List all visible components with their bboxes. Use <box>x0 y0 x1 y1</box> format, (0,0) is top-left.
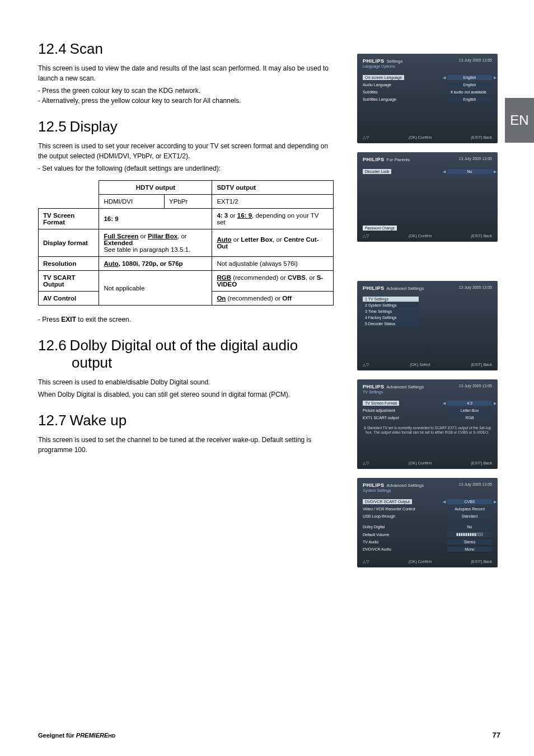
select-hint: (OK) Select <box>410 363 430 367</box>
option-label: Audio Language <box>363 83 391 87</box>
screen-footer: (OK) Confirm(EXIT) Back <box>363 461 492 466</box>
option-row: Default Volume▮▮▮▮▮▮▮▮▮▯▯▯ <box>363 530 492 538</box>
option-value: English <box>447 75 492 80</box>
menu-item: 2 System Settings <box>363 303 419 308</box>
heading-wakeup: 12.7Wake up <box>38 412 334 429</box>
confirm-hint: (OK) Confirm <box>409 234 432 238</box>
date-label: 13 July 2005 13:05 <box>459 482 492 486</box>
nav-arrows-icon <box>363 234 369 238</box>
screen-title: Advanced Settings <box>387 483 424 488</box>
option-row: Video / VCR Recorder ControlAutopass Rec… <box>363 505 492 513</box>
heading-num: 12.4 <box>38 40 67 57</box>
table-subheader: EXT1/2 <box>212 195 334 209</box>
option-label: USB Loop-through <box>363 514 395 518</box>
screen-footer: (OK) Confirm(EXIT) Back <box>363 135 492 140</box>
date-label: 13 July 2005 13:05 <box>459 285 492 289</box>
page: 12.4Scan This screen is used to view the… <box>0 0 534 480</box>
table-cell: Not adjustable (always 576i) <box>212 257 334 271</box>
settings-table: HDTV output SDTV output HDMI/DVI YPbPr E… <box>38 180 334 306</box>
breadcrumb: System Settings <box>363 489 492 492</box>
heading-num: 12.7 <box>38 412 67 429</box>
option-row: TV Screen Format4:3 <box>363 400 492 407</box>
menu-list: 1 TV Settings2 System Settings3 Time Set… <box>363 297 492 326</box>
option-value: Standard <box>447 514 492 519</box>
screenshot-parents: PHILIPSFor Parents 13 July 2005 13:05 De… <box>357 152 498 242</box>
screen-footer: (OK) Select(EXIT) Back <box>363 363 492 367</box>
menu-item: 3 Time Settings <box>363 309 419 314</box>
note-text: A Standard TV set is currently connected… <box>363 426 492 435</box>
screen-title: Advanced Settings <box>387 286 424 291</box>
option-value: Autopass Record <box>447 506 492 511</box>
table-cell: Not applicable <box>99 271 212 306</box>
option-label: EXT1 SCART output <box>363 416 399 420</box>
option-value: Stereo <box>447 539 492 544</box>
option-value: No <box>447 524 492 529</box>
breadcrumb: Language Options <box>363 64 492 68</box>
back-hint: (EXIT) Back <box>471 461 492 466</box>
philips-logo: PHILIPS <box>363 285 385 291</box>
list-item: - Alternatively, press the yellow colour… <box>38 96 334 106</box>
option-row: Decoder LockNo <box>363 168 492 175</box>
table-cell: Auto, 1080i, 720p, or 576p <box>99 257 212 271</box>
empty-cell <box>39 181 99 209</box>
philips-logo: PHILIPS <box>363 482 385 488</box>
option-value: English <box>447 97 492 102</box>
option-row: USB Loop-throughStandard <box>363 513 492 520</box>
option-rows: On-screen LanguageEnglishAudio LanguageE… <box>363 74 492 103</box>
option-row: Picture adjustmentLetter-Box <box>363 407 492 414</box>
date-label: 13 July 2005 13:05 <box>459 384 492 388</box>
heading-text: Wake up <box>70 412 127 429</box>
option-row: On-screen LanguageEnglish <box>363 74 492 81</box>
paragraph: When Dolby Digital is disabled, you can … <box>38 389 334 400</box>
list-item: - Press the green colour key to scan the… <box>38 86 334 96</box>
dash-list: - Press EXIT to exit the screen. <box>38 314 334 325</box>
option-value: RGB <box>447 415 492 420</box>
option-value <box>447 521 492 522</box>
screenshot-column: PHILIPSSettings Language Options 13 July… <box>357 54 498 576</box>
screen-footer: (OK) Confirm(EXIT) Back <box>363 560 492 564</box>
row-label: Display format <box>39 229 99 257</box>
table-cell: Auto or Letter Box, or Centre Cut-Out <box>212 229 334 257</box>
option-label: On-screen Language <box>363 75 404 80</box>
option-row: Subtitlesif audio not available <box>363 88 492 96</box>
table-subheader: HDMI/DVI <box>99 195 165 209</box>
confirm-hint: (OK) Confirm <box>409 560 432 564</box>
heading-dolby: 12.6Dolby Digital out of the digital aud… <box>38 337 334 372</box>
table-cell: RGB (recommended) or CVBS, or S-VIDEO <box>212 271 334 292</box>
row-label: TV SCART Output <box>39 271 99 292</box>
option-value: if audio not available <box>445 90 492 95</box>
table-header: HDTV output <box>99 181 212 195</box>
option-label: Subtitles <box>363 90 378 94</box>
nav-arrows-icon <box>363 560 369 564</box>
option-value: CVBS <box>447 499 492 504</box>
option-label: Picture adjustment <box>363 408 395 412</box>
heading-scan: 12.4Scan <box>38 40 334 58</box>
list-item: - Set values for the following (default … <box>38 163 334 173</box>
option-row: Audio LanguageEnglish <box>363 81 492 88</box>
table-header: SDTV output <box>212 181 334 195</box>
option-value: 4:3 <box>447 401 492 406</box>
menu-item: 1 TV Settings <box>363 297 419 302</box>
menu-item: 4 Factory Settings <box>363 315 419 320</box>
screenshot-system-settings: PHILIPSAdvanced Settings System Settings… <box>357 478 498 567</box>
table-cell: Full Screen or Pillar Box, or ExtendedSe… <box>99 229 212 257</box>
option-label: Subtitles Language <box>363 97 396 101</box>
paragraph: This screen is used to set your receiver… <box>38 141 334 161</box>
table-cell: On (recommended) or Off <box>212 292 334 306</box>
table-subheader: YPbPr <box>165 195 212 209</box>
page-footer: Geeignet für PREMIEREHD 77 <box>38 731 500 739</box>
option-row: Subtitles LanguageEnglish <box>363 96 492 103</box>
option-row: Dolby DigitalNo <box>363 523 492 530</box>
main-content: 12.4Scan This screen is used to view the… <box>38 40 334 455</box>
menu-item: 5 Decoder Status <box>363 321 419 326</box>
option-label: Decoder Lock <box>363 169 391 174</box>
back-hint: (EXIT) Back <box>471 135 492 140</box>
paragraph: This screen is used to view the date and… <box>38 63 334 83</box>
option-value: ▮▮▮▮▮▮▮▮▮▯▯▯ <box>447 532 492 537</box>
heading-text: Dolby Digital out of the digital audio <box>70 337 298 354</box>
screen-title: Advanced Settings <box>387 384 424 389</box>
table-cell: 4: 3 or 16: 9, depending on your TV set <box>212 209 334 229</box>
date-label: 13 July 2005 13:05 <box>459 58 492 62</box>
screenshot-advanced-menu: PHILIPSAdvanced Settings 13 July 2005 13… <box>357 281 498 370</box>
paragraph: This screen is used to enable/disable Do… <box>38 377 334 387</box>
